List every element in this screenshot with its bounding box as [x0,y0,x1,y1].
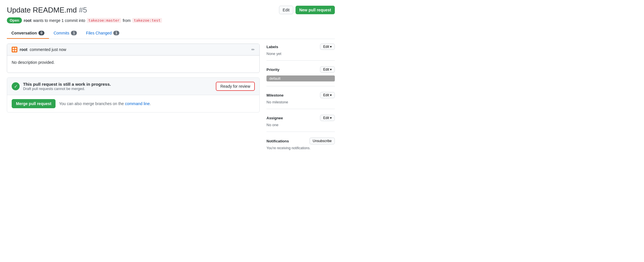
pr-source-branch: takezoe:test [132,18,162,23]
tab-commits[interactable]: Commits 1 [49,28,81,39]
wip-header: ✓ This pull request is still a work in p… [7,78,259,95]
svg-rect-2 [13,50,14,52]
pr-target-branch: takezoe:master [87,18,121,23]
sidebar-milestone-section: Milestone Edit ▾ No milestone [266,92,335,109]
svg-rect-3 [15,50,17,52]
page-title: Update README.md #5 [7,6,87,15]
unsubscribe-button[interactable]: Unsubscribe [309,138,335,144]
sidebar-labels-section: Labels Edit ▾ None yet [266,44,335,61]
header-actions: Edit New pull request [279,6,335,14]
pr-number: #5 [79,6,87,14]
wip-subtitle: Draft pull requests cannot be merged. [23,87,111,91]
chevron-down-icon: ▾ [330,67,332,71]
priority-edit-button[interactable]: Edit ▾ [320,66,335,73]
edit-button[interactable]: Edit [279,6,293,14]
command-line-link[interactable]: command line [125,101,150,106]
comment-header: root commented just now ✏ [7,44,259,56]
labels-heading: Labels [266,45,278,49]
milestone-heading-row: Milestone Edit ▾ [266,92,335,98]
wip-title-area: ✓ This pull request is still a work in p… [12,82,111,91]
chevron-down-icon: ▾ [330,45,332,49]
milestone-value: No milestone [266,100,335,104]
wip-title: This pull request is still a work in pro… [23,82,111,87]
comment-body: No description provided. [7,56,259,73]
labels-edit-button[interactable]: Edit ▾ [320,44,335,50]
comment-box: root commented just now ✏ No description… [7,44,260,73]
tab-bar: Conversation 0 Commits 1 Files Changed 1 [7,28,335,39]
comment-timestamp: commented just now [30,47,66,52]
check-circle-icon: ✓ [12,82,20,90]
milestone-heading: Milestone [266,93,284,97]
tab-conversation[interactable]: Conversation 0 [7,28,49,39]
comment-text: No description provided. [12,60,55,65]
avatar [12,47,17,52]
sidebar-notifications-section: Notifications Unsubscribe You're receivi… [266,138,335,155]
chevron-down-icon: ▾ [330,93,332,97]
merge-pull-request-button[interactable]: Merge pull request [12,99,56,108]
pr-from-text: from [123,18,131,23]
wip-footer: Merge pull request You can also merge br… [7,95,259,112]
edit-comment-icon[interactable]: ✏ [251,47,255,52]
conversation-count: 0 [38,31,44,35]
notifications-heading-row: Notifications Unsubscribe [266,138,335,144]
ready-for-review-button[interactable]: Ready for review [216,82,255,91]
labels-value: None yet [266,52,335,56]
wip-box: ✓ This pull request is still a work in p… [7,77,260,112]
assignee-edit-button[interactable]: Edit ▾ [320,115,335,121]
merge-hint: You can also merge branches on the comma… [59,101,151,106]
priority-badge: default [266,75,335,81]
main-content: root commented just now ✏ No description… [7,44,260,160]
files-changed-count: 1 [113,31,119,35]
notifications-heading: Notifications [266,139,289,143]
milestone-edit-button[interactable]: Edit ▾ [320,92,335,98]
notifications-hint: You're receiving notifications. [266,146,335,150]
assignee-value: No one [266,123,335,127]
sidebar-assignee-section: Assignee Edit ▾ No one [266,115,335,132]
svg-rect-1 [15,48,17,49]
chevron-down-icon: ▾ [330,116,332,120]
assignee-heading-row: Assignee Edit ▾ [266,115,335,121]
priority-heading: Priority [266,67,280,72]
comment-author-name: root [20,47,27,52]
pr-title-text: Update README.md [7,6,77,14]
new-pull-request-button[interactable]: New pull request [296,6,335,14]
pr-action-text: wants to merge 1 commit into [33,18,85,23]
comment-author-area: root commented just now [12,47,66,52]
priority-heading-row: Priority Edit ▾ [266,66,335,73]
sidebar: Labels Edit ▾ None yet Priority Edit ▾ [266,44,335,160]
svg-rect-0 [13,48,14,49]
sidebar-priority-section: Priority Edit ▾ default [266,66,335,86]
open-badge: Open [7,17,22,23]
pr-author: root [24,18,31,23]
assignee-heading: Assignee [266,116,283,120]
tab-files-changed[interactable]: Files Changed 1 [81,28,124,39]
pr-subtitle: Open root wants to merge 1 commit into t… [7,17,335,23]
labels-heading-row: Labels Edit ▾ [266,44,335,50]
wip-text: This pull request is still a work in pro… [23,82,111,91]
commits-count: 1 [71,31,77,35]
